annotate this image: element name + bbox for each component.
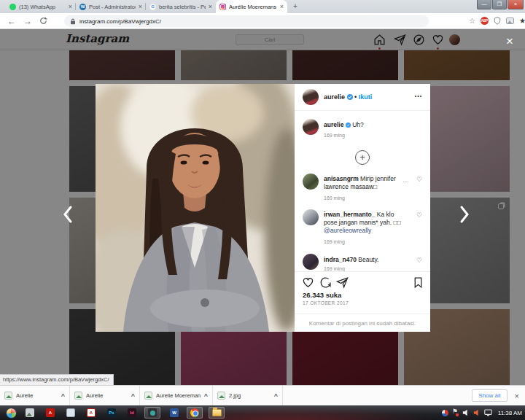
download-item[interactable]: Aurelie Moeremans.jpg ^ [140, 386, 213, 406]
image-file-icon [74, 392, 82, 400]
window-close-button[interactable]: × [508, 0, 524, 9]
tab-title: Aurélie Moeremans (@aurelie) • [229, 4, 277, 10]
comment-like-heart-icon[interactable]: ♡ [416, 257, 422, 264]
post-detail-panel: aurelie • Ikuti … aurelie Uh? 169 ming + [295, 84, 430, 332]
author-avatar[interactable] [303, 89, 319, 105]
commenter-avatar[interactable] [303, 174, 319, 190]
lock-icon [70, 18, 76, 25]
start-button[interactable] [3, 407, 19, 419]
post-header: aurelie • Ikuti … [295, 84, 430, 111]
bookmark-icon[interactable] [412, 276, 424, 289]
adblock-extension-icon[interactable]: ABP [481, 17, 489, 25]
header-dot: • [354, 93, 357, 101]
volume-mixer-icon[interactable] [473, 409, 481, 416]
tab-instagram-active[interactable]: Aurélie Moeremans (@aurelie) • × [216, 0, 287, 13]
download-item[interactable]: Aurelie ^ [70, 386, 140, 406]
tab-admin-dashboard[interactable]: W Post - Administrator Dashboard × [76, 0, 146, 13]
download-caret-icon[interactable]: ^ [274, 392, 278, 400]
mention-link[interactable]: @aurelieowreally [324, 227, 371, 234]
taskbar-acrobat2-icon[interactable]: A [83, 407, 99, 419]
taskbar-indesign-icon[interactable]: Id [124, 407, 140, 419]
image-extension-icon[interactable] [506, 18, 514, 24]
screen: (13) WhatsApp × W Post - Administrator D… [0, 0, 525, 420]
download-item[interactable]: Aurelie ^ [0, 386, 70, 406]
taskbar-photoshop-icon[interactable]: Ps [104, 407, 120, 419]
verified-badge-icon [347, 94, 353, 100]
likes-count[interactable]: 26.343 suka [303, 291, 341, 299]
tab-title: (13) WhatsApp [19, 4, 66, 10]
display-icon[interactable] [484, 409, 492, 416]
taskbar-acrobat-icon[interactable]: A [42, 407, 58, 419]
next-post-chevron-icon[interactable] [456, 204, 474, 226]
follow-button[interactable]: Ikuti [359, 93, 373, 101]
window-minimize-button[interactable]: — [477, 0, 491, 9]
previous-post-chevron-icon[interactable] [60, 204, 77, 226]
comment-like-heart-icon[interactable]: ♡ [416, 176, 422, 183]
comment-bubble-icon[interactable] [319, 276, 332, 289]
extension-icon[interactable]: ★ [519, 17, 525, 25]
bookmark-star-icon[interactable]: ☆ [469, 17, 475, 25]
comment-text: anisasngrm Mirip jennifer lawrence masaa… [324, 175, 402, 191]
windows-taskbar: A A Ps Id W 11:38 AM [0, 405, 525, 420]
image-file-icon [144, 392, 152, 400]
tab-close-icon[interactable]: × [139, 3, 142, 10]
post-photo[interactable] [96, 84, 295, 332]
comment-time: 169 ming [324, 239, 345, 244]
author-username[interactable]: aurelie [324, 93, 345, 101]
reload-icon[interactable] [39, 17, 47, 25]
tray-action-center-icon[interactable] [452, 410, 459, 416]
verified-badge-icon [346, 122, 351, 128]
address-bar[interactable]: instagram.com/p/BaVwjergdxC/ [64, 15, 429, 27]
tray-app-icon[interactable] [442, 410, 448, 416]
modal-close-icon[interactable]: × [506, 35, 513, 47]
instagram-favicon [219, 4, 226, 10]
tab-close-icon[interactable]: × [209, 3, 212, 10]
taskbar-clock[interactable]: 11:38 AM [496, 410, 522, 416]
tab-google-search[interactable]: G berita selebritis - Penelusuran Go × [146, 0, 216, 13]
show-all-downloads-button[interactable]: Show all [472, 389, 507, 402]
download-item[interactable]: 2.jpg ^ [213, 386, 283, 406]
tab-title: Post - Administrator Dashboard [89, 4, 136, 10]
downloads-close-icon[interactable]: × [515, 392, 519, 400]
post-date: 17 OKTOBER 2017 [303, 300, 349, 306]
commenter-avatar[interactable] [303, 254, 319, 270]
taskbar-app-open-icon[interactable] [144, 407, 160, 419]
status-bar-url: https://www.instagram.com/p/BaVwjergdxC/ [0, 374, 114, 385]
tab-title: berita selebritis - Penelusuran Go [159, 4, 206, 10]
taskbar-explorer-icon[interactable] [209, 407, 225, 419]
volume-icon[interactable] [462, 409, 470, 416]
comment-time: 169 ming [324, 195, 345, 201]
taskbar-notes-icon[interactable] [63, 407, 79, 419]
post-actions: 26.343 suka 17 OKTOBER 2017 Komentar di … [295, 271, 430, 332]
share-plane-icon[interactable] [336, 276, 349, 289]
download-caret-icon[interactable]: ^ [131, 392, 135, 400]
post-options-icon[interactable]: … [414, 90, 423, 98]
comment-options-icon[interactable]: … [402, 177, 410, 184]
load-more-comments-button[interactable]: + [355, 150, 370, 165]
taskbar-word-icon[interactable]: W [166, 407, 182, 419]
new-tab-button[interactable]: + [290, 2, 300, 12]
taskbar-photos-icon[interactable] [22, 407, 38, 419]
browser-toolbar: ← → instagram.com/p/BaVwjergdxC/ ☆ ABP ★… [0, 13, 525, 29]
commenter-avatar[interactable] [303, 209, 319, 225]
tab-whatsapp[interactable]: (13) WhatsApp × [6, 0, 76, 13]
tab-close-icon[interactable]: × [69, 3, 72, 10]
comment-text: irwan_hermanto_ Ka klo pose jangan manis… [324, 211, 402, 235]
download-caret-icon[interactable]: ^ [61, 392, 65, 400]
comments-limited-notice: Komentar di postingan ini sudah dibatasi… [295, 314, 430, 332]
download-caret-icon[interactable]: ^ [204, 392, 208, 400]
image-file-icon [4, 392, 12, 400]
image-file-icon [217, 392, 225, 400]
shield-extension-icon[interactable] [494, 17, 501, 25]
caption-avatar[interactable] [303, 119, 319, 135]
comment-like-heart-icon[interactable]: ♡ [416, 212, 422, 219]
tab-close-icon[interactable]: × [280, 3, 284, 10]
back-icon[interactable]: ← [7, 16, 16, 26]
comment-text: indra_n470 Beauty. [324, 256, 402, 264]
taskbar-chrome-icon[interactable] [187, 407, 203, 419]
browser-titlebar: (13) WhatsApp × W Post - Administrator D… [0, 0, 525, 13]
url-text: instagram.com/p/BaVwjergdxC/ [79, 18, 161, 25]
forward-icon[interactable]: → [23, 16, 32, 26]
like-heart-icon[interactable] [302, 276, 314, 289]
window-maximize-button[interactable]: ❐ [492, 0, 507, 9]
